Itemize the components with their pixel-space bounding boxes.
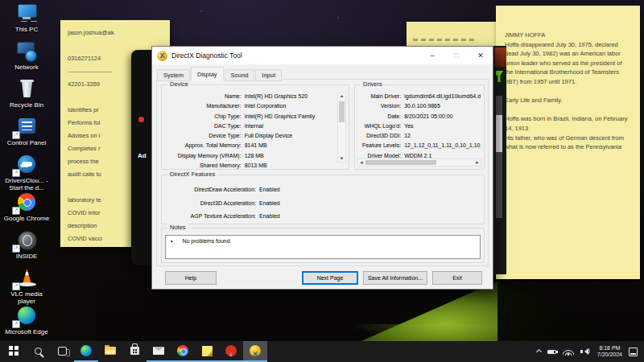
action-center-icon[interactable]	[629, 348, 638, 356]
desktop-icon-list: This PC Network Recycle Bin Control Pane…	[0, 3, 53, 341]
desktop-icon[interactable]: VLC media player	[0, 268, 53, 303]
taskbar-apps	[0, 341, 267, 362]
chrome-icon[interactable]	[171, 341, 195, 362]
desktop-icon-label: Control Panel	[0, 139, 53, 146]
store-icon[interactable]	[122, 341, 147, 362]
field-label: AGP Texture Acceleration:	[164, 210, 259, 224]
taskbar-icon-glyph	[105, 347, 116, 355]
background-window-scrollbar[interactable]	[496, 96, 502, 218]
note-line: 14, 1913	[505, 124, 635, 134]
field-value: Internal	[245, 121, 335, 131]
device-row: Approx. Total Memory: 8141 MB	[164, 141, 335, 150]
maximize-button	[444, 47, 469, 64]
dxdiag-tab[interactable]: System	[157, 69, 190, 81]
note-line: Hoffa disappeared July 30, 1975, declare…	[505, 40, 635, 50]
desktop-icon[interactable]: Control Panel	[0, 117, 53, 152]
field-label: WHQL Logo'd:	[357, 121, 404, 131]
device-vertical-scrollbar[interactable]: ▲ ▼	[337, 92, 346, 162]
field-value: 12	[404, 131, 481, 141]
desktop-icon[interactable]: This PC	[0, 3, 53, 39]
search-icon[interactable]	[26, 341, 50, 362]
drivers-horizontal-scrollbar[interactable]: ◄ ►	[357, 158, 481, 167]
device-row: Chip Type: Intel(R) HD Graphics Family	[164, 112, 335, 121]
desktop-icon-label: Network	[0, 64, 53, 71]
background-window-edge[interactable]	[493, 46, 506, 274]
minimize-button[interactable]	[420, 47, 444, 64]
desktop-icon[interactable]: Google Chrome	[0, 192, 53, 228]
background-app-label: Ad	[138, 152, 147, 159]
taskbar-icon-glyph	[250, 345, 261, 356]
feature-row: AGP Texture Acceleration: Enabled	[164, 210, 470, 224]
scrollbar-thumb[interactable]	[339, 101, 345, 122]
desktop-icon-label: Google Chrome	[0, 215, 53, 222]
note-line	[505, 87, 635, 97]
chrome-icon	[14, 192, 39, 213]
field-label: Device Type:	[164, 131, 245, 141]
field-value: Enabled	[259, 210, 470, 224]
desktop-icon[interactable]: INSIDE	[0, 230, 53, 265]
sticky-note-jimmy-hoffa[interactable]: JIMMY HOFFAHoffa disappeared July 30, 19…	[496, 6, 640, 279]
file-explorer-icon[interactable]	[98, 341, 122, 362]
volume-icon[interactable]	[580, 348, 591, 356]
device-row: Shared Memory: 8013 MB	[164, 161, 335, 171]
field-label: Approx. Total Memory:	[164, 141, 245, 150]
desktop-icon[interactable]: Microsoft Edge	[0, 306, 53, 341]
note-line: jason.joshua@ak	[68, 27, 165, 39]
driver-row: Date: 8/20/2021 05:00:00	[357, 112, 481, 121]
downloader-icon[interactable]	[219, 341, 243, 362]
scroll-right-icon[interactable]: ►	[475, 159, 480, 166]
help-button[interactable]: Help	[165, 271, 217, 285]
window-title: DirectX Diagnostic Tool	[171, 51, 242, 60]
notes-textbox[interactable]: • No problems found.	[165, 235, 481, 259]
scroll-down-icon[interactable]: ▼	[338, 155, 345, 162]
this-pc-icon	[14, 3, 39, 24]
taskbar-icon-glyph	[153, 347, 164, 355]
scroll-up-icon[interactable]: ▲	[338, 93, 345, 99]
close-button[interactable]	[469, 47, 493, 64]
device-row: Manufacturer: Intel Corporation	[164, 101, 335, 111]
scrollbar-thumb[interactable]	[365, 160, 436, 165]
mail-icon[interactable]	[147, 341, 171, 362]
sticky-notes-icon[interactable]	[195, 341, 219, 362]
driver-row: Direct3D DDI: 12	[357, 131, 481, 141]
field-value: Full Display Device	[245, 131, 335, 141]
dxdiag-tab[interactable]: Display	[191, 67, 224, 81]
desktop-icon[interactable]: Network	[0, 41, 53, 76]
desktop-icon[interactable]: DriversClou... - Start the d...	[0, 154, 53, 190]
scrollbar-thumb[interactable]	[496, 115, 502, 152]
start-button[interactable]	[2, 341, 26, 362]
directx-features-groupbox: DirectX Features DirectDraw Acceleration…	[161, 175, 485, 224]
tray-chevron-up-icon[interactable]	[536, 348, 542, 354]
taskbar-clock[interactable]: 8:18 PM 7/20/2024	[597, 345, 622, 359]
field-value: Intel(R) HD Graphics Family	[245, 112, 335, 121]
dxdiag-tab[interactable]: Sound	[225, 69, 255, 81]
dxdiag-icon[interactable]	[243, 341, 267, 362]
edge-icon[interactable]	[74, 341, 98, 362]
field-label: Feature Levels:	[357, 141, 404, 150]
device-row: Device Type: Full Display Device	[164, 131, 335, 141]
background-green-icon	[494, 69, 505, 84]
notes-group-label: Notes	[167, 224, 188, 231]
inside-icon	[14, 230, 39, 251]
field-value: 8013 MB	[245, 161, 335, 171]
note-line	[505, 105, 635, 115]
recycle-bin-icon	[14, 79, 39, 100]
task-view-icon[interactable]	[50, 341, 74, 362]
note-line: (IBT) from 1957 until 1971.	[505, 77, 635, 87]
desktop-icon[interactable]: Recycle Bin	[0, 79, 53, 114]
taskbar-icon-glyph	[9, 346, 19, 356]
dxdiag-titlebar[interactable]: DirectX Diagnostic Tool	[152, 47, 493, 64]
battery-icon[interactable]	[547, 350, 556, 354]
dxdiag-tabs: SystemDisplaySoundInput	[157, 67, 283, 81]
wifi-icon[interactable]	[563, 348, 574, 356]
save-all-information-button[interactable]: Save All Information...	[363, 271, 427, 285]
exit-button[interactable]: Exit	[432, 271, 482, 285]
dxdiag-tab[interactable]: Input	[255, 69, 282, 81]
device-row: Name: Intel(R) HD Graphics 520	[164, 92, 335, 101]
next-page-button[interactable]: Next Page	[302, 271, 358, 285]
scroll-left-icon[interactable]: ◄	[359, 159, 364, 166]
device-row: DAC Type: Internal	[164, 121, 335, 131]
device-row: Display Memory (VRAM): 128 MB	[164, 151, 335, 161]
driver-row: Version: 30.0.100.9865	[357, 101, 481, 111]
dxdiag-app-icon	[157, 51, 167, 61]
